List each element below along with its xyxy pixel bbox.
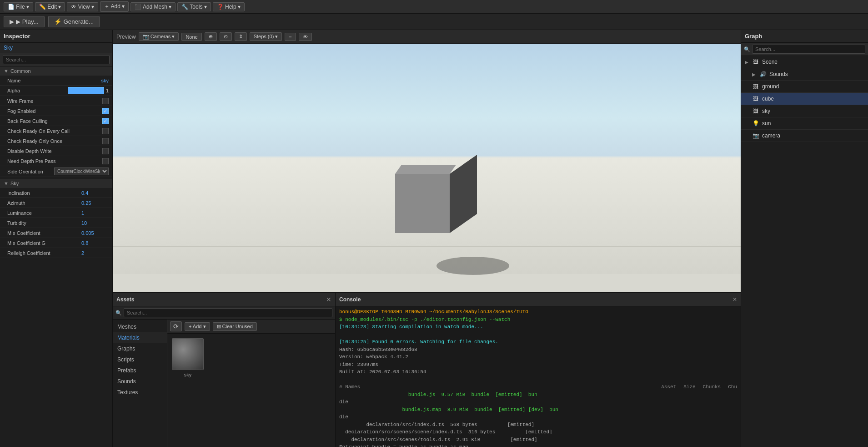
prop-inclination-value: 0.4 — [81, 190, 109, 196]
graph-cube-label: cube — [762, 96, 774, 102]
wireframe-checkbox[interactable] — [102, 98, 109, 104]
graph-scene-label: Scene — [762, 59, 778, 65]
common-section-header[interactable]: ▼ Common — [0, 66, 112, 76]
prop-mie-coef-g-value: 0.8 — [81, 240, 109, 246]
menu-help[interactable]: ❓ Help ▾ — [213, 2, 245, 11]
console-line-bundlemap: bundle.js.map 8.9 MiB bundle [emitted] [… — [339, 406, 737, 414]
console-line-decl2: declaration/src/scenes/scene/index.d.ts … — [339, 428, 737, 436]
need-depth-checkbox[interactable] — [102, 158, 109, 164]
assets-section-sounds[interactable]: Sounds — [113, 376, 167, 387]
graph-item-ground[interactable]: 🖼 ground — [741, 81, 868, 93]
console-line-0: bonus@DESKTOP-T04GSHD MINGW64 ~/Document… — [339, 308, 737, 316]
assets-close-button[interactable]: ✕ — [326, 296, 331, 303]
graph-item-sounds[interactable]: ▶ 🔊 Sounds — [741, 68, 868, 81]
menu-tools[interactable]: 🔧 Tools ▾ — [177, 2, 211, 11]
assets-section-scripts[interactable]: Scripts — [113, 354, 167, 365]
checkready-once-checkbox[interactable] — [102, 138, 109, 144]
assets-section-meshes[interactable]: Meshes — [113, 321, 167, 332]
inspector-sky-name: Sky — [0, 43, 112, 53]
prop-checkready-once-label: Check Ready Only Once — [7, 138, 102, 144]
prop-mie-coef-g-label: Mie Coefficient G — [7, 240, 81, 246]
main-content: Inspector Sky ▼ Common Name sky Alpha 1 … — [0, 30, 868, 447]
common-expand-arrow: ▼ — [4, 68, 9, 74]
assets-search-bar: 🔍 — [113, 306, 335, 320]
side-orient-select[interactable]: CounterClockWiseSideOrient — [54, 168, 109, 175]
console-content[interactable]: bonus@DESKTOP-T04GSHD MINGW64 ~/Document… — [336, 306, 741, 447]
prop-checkready-every-row: Check Ready On Every Call — [0, 126, 112, 136]
menu-view[interactable]: 👁 View ▾ — [67, 2, 98, 11]
prop-mie-coef-value: 0.005 — [81, 230, 109, 236]
prop-luminance-label: Luminance — [7, 210, 81, 216]
console-line-entry: Entrypoint bundle = bundle.js bundle.js.… — [339, 443, 737, 447]
console-line-9 — [339, 376, 737, 384]
menu-dots-btn[interactable]: ≡ — [285, 33, 296, 41]
assets-main: ⟳ + Add ▾ ⊠ Clear Unused sky — [167, 320, 335, 447]
assets-add-button[interactable]: + Add ▾ — [185, 322, 210, 331]
console-line-decl3: declaration/src/scenes/tools.d.ts 2.91 K… — [339, 436, 737, 444]
play-button[interactable]: ▶ ▶ Play... — [4, 16, 45, 27]
rotate-icon-btn[interactable]: ⊙ — [220, 32, 232, 41]
prop-need-depth-label: Need Depth Pre Pass — [7, 158, 102, 164]
asset-item-sky[interactable]: sky — [172, 338, 204, 377]
menu-add-mesh[interactable]: ⬛ Add Mesh ▾ — [130, 2, 176, 11]
camera-icon: 📷 — [143, 34, 149, 40]
graph-item-scene[interactable]: ▶ 🖼 Scene — [741, 56, 868, 68]
graph-item-sun[interactable]: 💡 sun — [741, 117, 868, 130]
console-close-button[interactable]: ✕ — [733, 296, 737, 303]
console-line-7: Time: 23997ms — [339, 361, 737, 369]
console-line-2: [10:34:23] Starting compilation in watch… — [339, 323, 737, 331]
assets-section-materials[interactable]: Materials — [113, 332, 167, 343]
top-menu-bar: 📄 File ▾ ✏️ Edit ▾ 👁 View ▾ ＋ Add ▾ ⬛ Ad… — [0, 0, 868, 14]
graph-item-sky[interactable]: 🖼 sky — [741, 105, 868, 117]
none-button[interactable]: None — [181, 33, 201, 41]
asset-name-sky: sky — [184, 372, 192, 377]
prop-wireframe-label: Wire Frame — [7, 98, 102, 104]
sky-expand-arrow: ▼ — [4, 181, 9, 186]
cameras-button[interactable]: 📷 Cameras ▾ — [139, 32, 179, 41]
steps-button[interactable]: Steps (0) ▾ — [250, 32, 282, 41]
prop-alpha-value: 1 — [106, 88, 109, 93]
assets-refresh-button[interactable]: ⟳ — [170, 321, 182, 331]
prop-azimuth-value: 0.25 — [81, 200, 109, 206]
graph-item-camera[interactable]: 📷 camera — [741, 130, 868, 142]
backface-checkbox[interactable]: ✓ — [102, 118, 109, 124]
assets-search-input[interactable] — [124, 308, 332, 317]
play-label: ▶ Play... — [16, 18, 39, 25]
inspector-panel: Inspector Sky ▼ Common Name sky Alpha 1 … — [0, 30, 113, 447]
scale-icon-btn[interactable]: ⇕ — [235, 32, 247, 41]
assets-title: Assets — [116, 296, 134, 303]
console-panel: Console ✕ bonus@DESKTOP-T04GSHD MINGW64 … — [336, 293, 741, 447]
bottom-panels: Assets ✕ 🔍 Meshes Materials Graphs Scrip… — [113, 292, 741, 447]
search-icon: 🔍 — [115, 310, 122, 316]
sky-section-header[interactable]: ▼ Sky — [0, 179, 112, 188]
menu-file[interactable]: 📄 File ▾ — [4, 2, 33, 11]
inspector-search-bar — [0, 53, 112, 66]
menu-add[interactable]: ＋ Add ▾ — [100, 1, 129, 12]
assets-clear-unused-button[interactable]: ⊠ Clear Unused — [213, 322, 257, 331]
prop-mie-coef-g-row: Mie Coefficient G 0.8 — [0, 238, 112, 248]
inspector-search-input[interactable] — [3, 55, 110, 64]
preview-canvas[interactable] — [113, 44, 741, 292]
console-table-header: # Names Asset Size Chunks Chu — [339, 383, 737, 391]
assets-section-prefabs[interactable]: Prefabs — [113, 365, 167, 376]
graph-item-cube[interactable]: 🖼 cube — [741, 93, 868, 105]
move-icon-btn[interactable]: ⊕ — [205, 32, 217, 41]
assets-content: Meshes Materials Graphs Scripts Prefabs … — [113, 320, 335, 447]
cube-shadow — [437, 257, 509, 275]
generate-button[interactable]: ⚡ Generate... — [48, 16, 100, 27]
alpha-bar[interactable] — [68, 87, 104, 94]
generate-label: ⚡ Generate... — [54, 18, 94, 25]
assets-section-graphs[interactable]: Graphs — [113, 343, 167, 354]
inspector-title: Inspector — [0, 30, 112, 43]
assets-section-textures[interactable]: Textures — [113, 387, 167, 398]
checkready-every-checkbox[interactable] — [102, 128, 109, 134]
fog-checkbox[interactable]: ✓ — [102, 108, 109, 114]
disable-depth-checkbox[interactable] — [102, 148, 109, 154]
prop-reileigh-label: Reileigh Coefficient — [7, 250, 81, 256]
prop-wireframe-row: Wire Frame — [0, 96, 112, 106]
prop-reileigh-value: 2 — [81, 250, 109, 256]
graph-search-input[interactable] — [752, 45, 865, 54]
eye-btn[interactable]: 👁 — [299, 33, 312, 41]
menu-edit[interactable]: ✏️ Edit ▾ — [35, 2, 65, 11]
prop-disable-depth-row: Disable Depth Write — [0, 146, 112, 156]
